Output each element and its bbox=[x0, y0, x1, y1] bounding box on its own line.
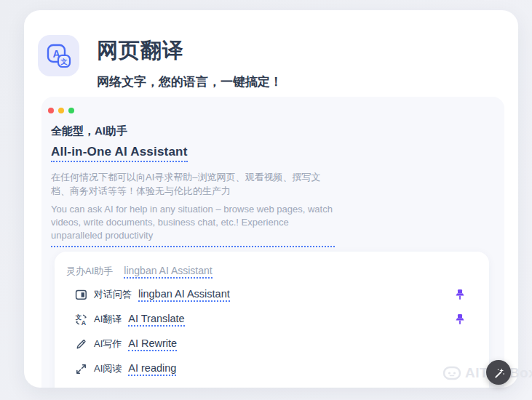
menu-item-chat-qa[interactable]: 对话问答 lingban AI Assistant bbox=[66, 282, 489, 307]
svg-text:文: 文 bbox=[60, 57, 67, 65]
help-bubble-icon: ? bbox=[75, 388, 87, 388]
menu-item-translation: lingban AI Assistant bbox=[138, 288, 230, 302]
menu-item-label: AI画图 bbox=[94, 387, 122, 388]
expand-arrows-icon bbox=[75, 363, 87, 375]
page-background: A 文 网页翻译 网络文字，您的语言，一键搞定！ 全能型，AI助手 All-in… bbox=[0, 0, 532, 400]
preview-panel: 全能型，AI助手 All-in-One AI Assistant 在任何情况下都… bbox=[41, 97, 504, 388]
menu-item-label: AI写作 bbox=[94, 337, 122, 351]
menu-item-ai-drawing[interactable]: ? AI画图 AI drawing bbox=[66, 381, 489, 388]
menu-item-label: AI阅读 bbox=[94, 362, 122, 375]
menu-item-label: AI翻译 bbox=[94, 313, 122, 326]
magic-wand-icon bbox=[491, 365, 506, 380]
menu-item-translation: AI drawing bbox=[128, 387, 178, 388]
app-icon-tile: A 文 bbox=[38, 35, 79, 76]
page-subtitle: 网络文字，您的语言，一键搞定！ bbox=[97, 73, 282, 90]
pin-icon[interactable] bbox=[455, 289, 465, 300]
header: A 文 网页翻译 网络文字，您的语言，一键搞定！ bbox=[38, 35, 282, 90]
pencil-icon bbox=[75, 338, 87, 351]
menu-item-label: 对话问答 bbox=[94, 288, 132, 301]
menu-item-translation: AI Translate bbox=[128, 313, 184, 327]
assistant-menu-card: 灵办AI助手 lingban AI Assistant 对话问答 lingban… bbox=[55, 252, 489, 388]
menu-item-ai-reading[interactable]: AI阅读 AI reading bbox=[66, 356, 489, 381]
traffic-lights bbox=[48, 108, 74, 113]
menu-item-translation: AI Rewrite bbox=[128, 337, 177, 351]
menu-header-translation: lingban AI Assistant bbox=[124, 265, 212, 279]
main-card: A 文 网页翻译 网络文字，您的语言，一键搞定！ 全能型，AI助手 All-in… bbox=[24, 10, 518, 388]
pin-icon[interactable] bbox=[455, 314, 465, 325]
traffic-light-yellow bbox=[58, 108, 64, 113]
panel-description-en-translation: You can ask AI for help in any situation… bbox=[51, 203, 335, 247]
magic-wand-button[interactable] bbox=[486, 360, 511, 385]
header-text: 网页翻译 网络文字，您的语言，一键搞定！ bbox=[97, 35, 282, 90]
traffic-light-red bbox=[48, 108, 54, 113]
traffic-light-green bbox=[68, 108, 74, 113]
svg-text:A: A bbox=[82, 319, 87, 326]
panel-heading-en-translation: All-in-One AI Assistant bbox=[51, 145, 188, 162]
menu-header-label: 灵办AI助手 bbox=[66, 265, 113, 278]
assistant-menu-header: 灵办AI助手 lingban AI Assistant bbox=[66, 260, 489, 282]
translate-icon: 文 A bbox=[75, 313, 87, 326]
menu-item-ai-translate[interactable]: 文 A AI翻译 AI Translate bbox=[66, 307, 489, 332]
menu-item-ai-rewrite[interactable]: AI写作 AI Rewrite bbox=[66, 332, 489, 356]
translate-app-icon: A 文 bbox=[46, 43, 72, 69]
menu-item-translation: AI reading bbox=[128, 362, 176, 376]
panel-heading-en-wrap: All-in-One AI Assistant bbox=[51, 145, 504, 162]
panel-heading-zh: 全能型，AI助手 bbox=[51, 124, 504, 138]
panel-description-zh: 在任何情况下都可以向AI寻求帮助–浏览网页、观看视频、撰写文档、商务对话等等！体… bbox=[51, 170, 336, 198]
chat-panel-icon bbox=[75, 289, 87, 301]
page-title: 网页翻译 bbox=[97, 36, 282, 65]
